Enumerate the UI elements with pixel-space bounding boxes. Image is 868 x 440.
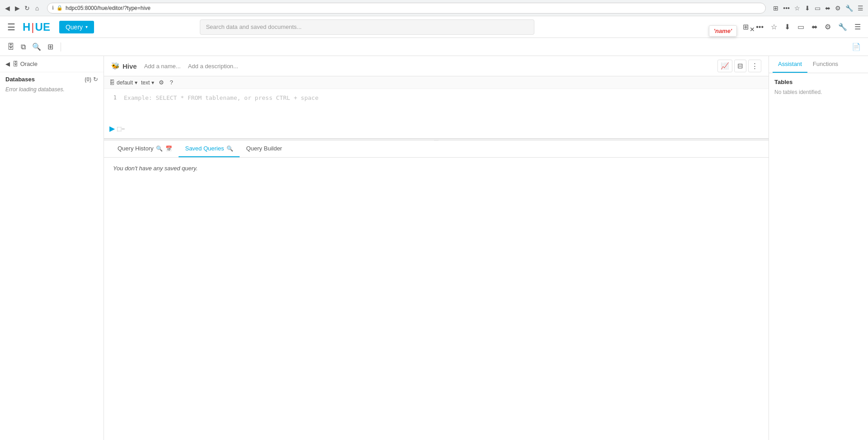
back-button[interactable]: ◀: [4, 5, 11, 12]
browser-tools-btn[interactable]: 🔧: [844, 4, 854, 13]
right-panel-section-title: Tables: [774, 79, 863, 85]
db-selector-btn[interactable]: 🗄 default ▾: [109, 80, 137, 86]
editor-settings-btn[interactable]: ⚙: [158, 78, 165, 87]
browser-bookmark-btn[interactable]: ☆: [793, 4, 801, 13]
tab-query-builder[interactable]: Query Builder: [240, 140, 288, 157]
saved-queries-search-icon[interactable]: 🔍: [226, 145, 233, 152]
query-btn-label: Query: [66, 23, 83, 31]
run-extra-btn[interactable]: ⬚–: [117, 126, 125, 132]
text-format-arrow: ▾: [151, 80, 154, 86]
db-icon-btn[interactable]: 🗄: [5, 42, 16, 52]
hive-icon: 🐝: [111, 62, 120, 70]
editor-area: 🐝 Hive Add a name... Add a description..…: [104, 56, 769, 440]
documents-btn[interactable]: 📄: [850, 42, 863, 52]
browser-zoom-btn[interactable]: ⬌: [824, 4, 831, 13]
add-description-button[interactable]: Add a description...: [188, 63, 238, 70]
db-selector-arrow: ▾: [135, 80, 137, 86]
toolbar-icons: 🗄 ⧉ 🔍 ⊞: [5, 42, 55, 52]
top-nav: ☰ H | UE Query ▾ Search data and saved d…: [0, 16, 868, 38]
editor-help-btn[interactable]: ?: [169, 78, 174, 87]
line-number-1: 1: [113, 94, 117, 101]
sidebar-back-label: 🗄 Oracle: [13, 61, 38, 67]
info-icon: ℹ: [52, 5, 54, 11]
add-name-button[interactable]: Add a name...: [144, 63, 181, 70]
right-panel-tabs: Assistant Functions: [769, 56, 868, 73]
security-icon: 🔒: [57, 5, 63, 11]
url-text: hdpc05:8000/hue/editor/?type=hive: [66, 5, 151, 11]
download-btn[interactable]: ⬇: [783, 21, 792, 33]
tab-saved-queries-label: Saved Queries: [185, 145, 224, 152]
name-tooltip: 'name': [709, 25, 737, 37]
tab-query-history-label: Query History: [118, 145, 153, 152]
chart-view-btn[interactable]: 📈: [717, 60, 732, 72]
code-placeholder: Example: SELECT * FROM tablename, or pre…: [124, 94, 318, 101]
bottom-tabs: Query History 🔍 📅 Saved Queries 🔍 Query …: [104, 140, 769, 158]
text-format-btn[interactable]: text ▾: [141, 80, 154, 86]
databases-refresh-btn[interactable]: ↻: [93, 76, 98, 83]
forward-button[interactable]: ▶: [14, 5, 21, 12]
right-tab-assistant-label: Assistant: [778, 61, 802, 67]
sidebar: ◀ 🗄 Oracle Databases (0) ↻ Error loading…: [0, 56, 104, 440]
text-format-label: text: [141, 80, 150, 86]
apps-icon-btn[interactable]: ⊞: [46, 42, 55, 52]
browser-actions: ⊞ ••• ☆ ⬇ ▭ ⬌ ⚙ 🔧 ☰: [772, 4, 864, 13]
editor-header: 🐝 Hive Add a name... Add a description..…: [104, 56, 769, 76]
databases-label: Databases: [5, 76, 35, 83]
query-dropdown-arrow: ▾: [85, 24, 88, 29]
nav-menu-btn[interactable]: ☰: [853, 21, 863, 33]
browser-menu-btn[interactable]: ☰: [857, 4, 864, 13]
settings-btn[interactable]: ⚙: [823, 21, 833, 33]
databases-error: Error loading databases.: [0, 84, 104, 94]
tab-saved-queries[interactable]: Saved Queries 🔍: [179, 140, 240, 157]
no-saved-query-text: You don't have any saved query.: [113, 165, 198, 172]
search-placeholder: Search data and saved documents...: [206, 23, 302, 30]
databases-section: Databases (0) ↻: [0, 72, 104, 84]
more-actions-btn[interactable]: ⋮: [748, 60, 761, 72]
query-button[interactable]: Query ▾: [59, 21, 94, 33]
right-tab-functions-label: Functions: [813, 61, 838, 67]
browser-extensions-btn[interactable]: ⊞: [772, 4, 779, 13]
right-panel-content: Tables No tables identified.: [769, 73, 868, 440]
hamburger-button[interactable]: ☰: [5, 20, 17, 34]
query-history-calendar-icon[interactable]: 📅: [165, 145, 172, 152]
logo: H | UE: [23, 21, 50, 33]
copy-icon-btn[interactable]: ⧉: [19, 42, 28, 52]
browser-sidebar-btn[interactable]: ▭: [814, 4, 821, 13]
more-options-btn[interactable]: •••: [754, 21, 765, 33]
browser-more-btn[interactable]: •••: [782, 4, 791, 13]
no-tables-text: No tables identified.: [774, 89, 863, 95]
right-tab-functions[interactable]: Functions: [807, 56, 844, 73]
refresh-button[interactable]: ↻: [24, 5, 31, 12]
tab-query-builder-label: Query Builder: [246, 145, 282, 152]
grid-view-btn[interactable]: ⊟: [734, 60, 746, 72]
tooltip-close-button[interactable]: ✕: [750, 26, 755, 33]
home-button[interactable]: ⌂: [33, 5, 41, 12]
query-editor-wrapper: 1 Example: SELECT * FROM tablename, or p…: [104, 89, 769, 139]
tools-btn[interactable]: 🔧: [836, 21, 849, 33]
run-query-btn[interactable]: ▶: [109, 124, 115, 133]
bookmark-btn[interactable]: ☆: [769, 21, 779, 33]
hive-text: Hive: [123, 62, 137, 70]
tooltip-text: 'name': [714, 28, 732, 34]
search-bar[interactable]: Search data and saved documents...: [200, 19, 534, 35]
right-panel: Assistant Functions Tables No tables ide…: [769, 56, 868, 440]
window-btn[interactable]: ▭: [796, 21, 806, 33]
resize-btn[interactable]: ⬌: [810, 21, 819, 33]
code-content[interactable]: Example: SELECT * FROM tablename, or pre…: [120, 93, 769, 126]
editor-toolbar-top: 🗄 default ▾ text ▾ ⚙ ?: [104, 76, 769, 89]
toolbar-divider: [61, 42, 61, 51]
tab-query-history[interactable]: Query History 🔍 📅: [111, 140, 179, 157]
editor-header-right: 📈 ⊟ ⋮: [717, 60, 761, 72]
back-icon: ◀: [5, 61, 10, 67]
sidebar-back-item[interactable]: ◀ 🗄 Oracle: [0, 56, 104, 72]
search-icon-btn[interactable]: 🔍: [30, 42, 43, 52]
query-history-search-icon[interactable]: 🔍: [156, 145, 163, 152]
browser-chrome: ◀ ▶ ↻ ⌂ ℹ 🔒 hdpc05:8000/hue/editor/?type…: [0, 0, 868, 16]
address-bar[interactable]: ℹ 🔒 hdpc05:8000/hue/editor/?type=hive: [47, 3, 766, 14]
right-tab-assistant[interactable]: Assistant: [773, 56, 807, 73]
main-layout: ◀ 🗄 Oracle Databases (0) ↻ Error loading…: [0, 56, 868, 440]
browser-download-btn[interactable]: ⬇: [804, 4, 811, 13]
browser-settings-btn[interactable]: ⚙: [834, 4, 842, 13]
second-toolbar: 🗄 ⧉ 🔍 ⊞ 📄: [0, 38, 868, 56]
nav-right: ⊞ ••• ☆ ⬇ ▭ ⬌ ⚙ 🔧 ☰: [741, 21, 863, 33]
